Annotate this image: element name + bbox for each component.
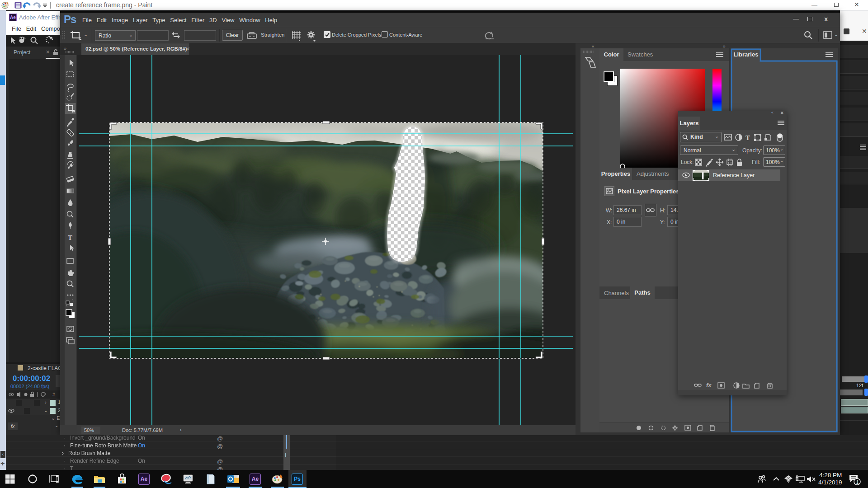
svg-text:1: 1 xyxy=(856,479,859,485)
svg-text:T: T xyxy=(68,234,72,241)
svg-text:#: # xyxy=(52,392,55,397)
svg-text:fx: fx xyxy=(706,382,712,389)
svg-text:T: T xyxy=(745,134,750,141)
